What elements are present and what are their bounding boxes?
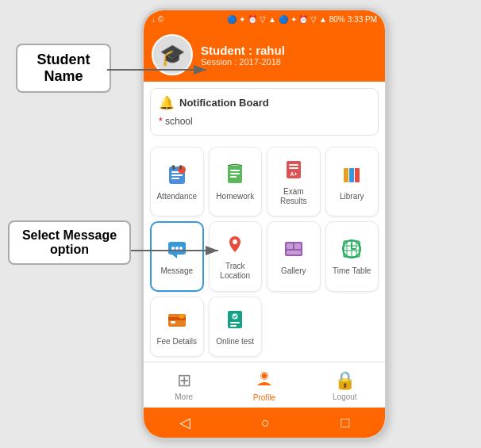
tab-bar: ⊞ More Profile 🔒 Logout [144, 362, 385, 408]
time: 3:33 PM [348, 15, 377, 24]
notification-icon: 🔔 [159, 95, 175, 110]
menu-item-fee-details[interactable]: Fee Details [150, 297, 204, 357]
notification-title: Notification Board [179, 97, 269, 109]
menu-item-time-table[interactable]: Time Table [325, 221, 379, 291]
svg-rect-7 [171, 178, 179, 179]
attendance-label: Attendance [156, 192, 197, 201]
menu-item-library[interactable]: Library [325, 147, 379, 216]
tab-logout-label: Logout [333, 392, 357, 401]
menu-item-gallery[interactable]: Gallery [267, 221, 321, 291]
svg-rect-6 [171, 174, 183, 176]
home-button[interactable]: ○ [261, 415, 270, 431]
exam-results-label: Exam Results [271, 187, 317, 206]
svg-point-44 [179, 314, 184, 319]
exam-results-icon: A+ [283, 159, 305, 184]
svg-rect-13 [230, 173, 240, 174]
profile-icon [256, 370, 273, 392]
more-icon: ⊞ [177, 370, 191, 391]
menu-item-online-test[interactable]: Online test [209, 297, 263, 357]
track-location-label: Track Location [213, 262, 259, 281]
tab-logout[interactable]: 🔒 Logout [305, 370, 385, 401]
menu-item-exam-results[interactable]: A+ Exam Results [267, 147, 321, 216]
tab-profile[interactable]: Profile [224, 370, 304, 402]
tab-more-label: More [175, 392, 193, 401]
library-label: Library [340, 192, 364, 201]
svg-rect-48 [230, 325, 237, 327]
battery-level: 🔵 ✦ ⏰ ▽ ▲ 80% [279, 15, 345, 24]
svg-rect-43 [171, 321, 175, 324]
select-message-arrow [127, 236, 230, 265]
svg-rect-21 [355, 168, 360, 182]
gallery-icon [283, 238, 305, 263]
gallery-label: Gallery [281, 266, 306, 276]
status-right: 🔵✦⏰▽▲ 🔵 ✦ ⏰ ▽ ▲ 80% 3:33 PM [227, 15, 377, 24]
select-message-annotation: Select Message option [8, 220, 131, 265]
svg-rect-47 [230, 322, 240, 324]
student-name-annotation: Student Name [16, 44, 111, 93]
nav-bar: ◁ ○ □ [144, 408, 385, 438]
tab-more[interactable]: ⊞ More [144, 370, 224, 401]
menu-item-attendance[interactable]: Attendance [150, 147, 204, 216]
recent-button[interactable]: □ [341, 415, 349, 431]
homework-icon [224, 163, 246, 189]
status-left-icons: ↓© [152, 15, 164, 24]
menu-item-homework[interactable]: Homework [209, 147, 263, 216]
notification-item: school [159, 114, 370, 128]
svg-rect-10 [179, 165, 182, 170]
back-button[interactable]: ◁ [179, 414, 190, 431]
attendance-icon [166, 163, 188, 189]
svg-rect-14 [230, 176, 237, 178]
fee-details-icon [166, 308, 188, 334]
tab-profile-label: Profile [253, 393, 275, 402]
status-bar: ↓© 🔵✦⏰▽▲ 🔵 ✦ ⏰ ▽ ▲ 80% 3:33 PM [144, 10, 385, 28]
svg-text:A+: A+ [290, 171, 297, 177]
svg-rect-20 [349, 168, 354, 182]
notification-board: 🔔 Notification Board school [150, 88, 379, 136]
online-test-icon [224, 308, 246, 334]
message-label: Message [160, 266, 193, 276]
homework-label: Homework [216, 192, 254, 201]
svg-rect-19 [344, 168, 348, 182]
svg-rect-16 [289, 164, 298, 166]
svg-rect-30 [294, 243, 301, 249]
library-icon [341, 163, 363, 189]
time-table-label: Time Table [333, 266, 371, 276]
logout-icon: 🔒 [334, 370, 356, 391]
svg-rect-17 [289, 167, 298, 169]
notification-header: 🔔 Notification Board [159, 95, 370, 110]
svg-point-27 [233, 239, 237, 244]
svg-rect-12 [230, 170, 240, 171]
svg-rect-31 [287, 251, 301, 255]
student-name-arrow [103, 54, 218, 86]
svg-rect-9 [172, 165, 175, 170]
time-table-icon [341, 238, 363, 263]
fee-details-label: Fee Details [156, 337, 197, 347]
svg-rect-29 [287, 243, 293, 249]
online-test-label: Online test [216, 337, 254, 347]
